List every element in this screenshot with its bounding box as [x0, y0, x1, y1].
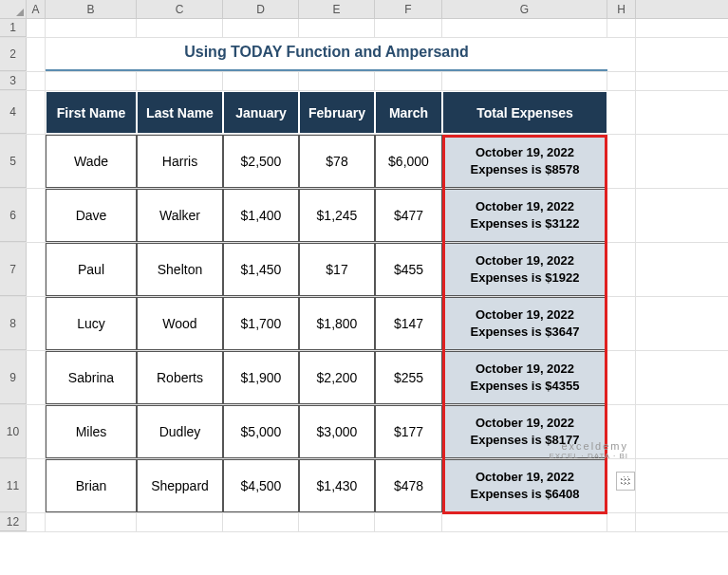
- cell-january[interactable]: $4,500: [223, 459, 299, 512]
- cell-a8[interactable]: [27, 297, 46, 350]
- cell-e3[interactable]: [299, 72, 375, 90]
- cell-g12[interactable]: [442, 513, 607, 531]
- cell-a11[interactable]: [27, 459, 46, 512]
- cell-a6[interactable]: [27, 189, 46, 242]
- cell-february[interactable]: $1,430: [299, 459, 375, 512]
- cell-b3[interactable]: [46, 72, 137, 90]
- cell-a2[interactable]: [27, 38, 46, 71]
- cell-a1[interactable]: [27, 19, 46, 37]
- cell-march[interactable]: $455: [375, 243, 442, 296]
- cell-january[interactable]: $1,450: [223, 243, 299, 296]
- row-header-5[interactable]: 5: [0, 135, 27, 188]
- cell-february[interactable]: $17: [299, 243, 375, 296]
- cell-c12[interactable]: [137, 513, 223, 531]
- cell-e1[interactable]: [299, 19, 375, 37]
- cell-h8[interactable]: [607, 297, 636, 350]
- col-header-b[interactable]: B: [46, 0, 137, 18]
- title-cell[interactable]: Using TODAY Function and Ampersand: [46, 38, 607, 71]
- cell-january[interactable]: $1,400: [223, 189, 299, 242]
- row-header-11[interactable]: 11: [0, 459, 27, 512]
- cell-last-name[interactable]: Shelton: [137, 243, 223, 296]
- cell-h3[interactable]: [607, 72, 636, 90]
- header-first-name[interactable]: First Name: [46, 91, 137, 134]
- spreadsheet-grid[interactable]: A B C D E F G H 1 2 Using TODAY Function…: [0, 0, 728, 532]
- cell-a5[interactable]: [27, 135, 46, 188]
- cell-total-expenses[interactable]: October 19, 2022Expenses is $6408: [442, 459, 607, 512]
- cell-march[interactable]: $477: [375, 189, 442, 242]
- cell-february[interactable]: $1,800: [299, 297, 375, 350]
- cell-f3[interactable]: [375, 72, 442, 90]
- header-march[interactable]: March: [375, 91, 442, 134]
- cell-total-expenses[interactable]: October 19, 2022Expenses is $4355: [442, 351, 607, 404]
- cell-a3[interactable]: [27, 72, 46, 90]
- cell-g3[interactable]: [442, 72, 607, 90]
- cell-january[interactable]: $1,900: [223, 351, 299, 404]
- cell-first-name[interactable]: Wade: [46, 135, 137, 188]
- header-last-name[interactable]: Last Name: [137, 91, 223, 134]
- cell-a9[interactable]: [27, 351, 46, 404]
- cell-e12[interactable]: [299, 513, 375, 531]
- cell-march[interactable]: $6,000: [375, 135, 442, 188]
- cell-total-expenses[interactable]: October 19, 2022Expenses is $3122: [442, 189, 607, 242]
- cell-february[interactable]: $78: [299, 135, 375, 188]
- cell-a10[interactable]: [27, 405, 46, 458]
- cell-a4[interactable]: [27, 91, 46, 134]
- cell-total-expenses[interactable]: October 19, 2022Expenses is $3647: [442, 297, 607, 350]
- row-header-9[interactable]: 9: [0, 351, 27, 404]
- cell-b12[interactable]: [46, 513, 137, 531]
- header-january[interactable]: January: [223, 91, 299, 134]
- cell-h7[interactable]: [607, 243, 636, 296]
- col-header-a[interactable]: A: [27, 0, 46, 18]
- row-header-6[interactable]: 6: [0, 189, 27, 242]
- cell-b1[interactable]: [46, 19, 137, 37]
- cell-d1[interactable]: [223, 19, 299, 37]
- header-february[interactable]: February: [299, 91, 375, 134]
- cell-march[interactable]: $147: [375, 297, 442, 350]
- cell-february[interactable]: $3,000: [299, 405, 375, 458]
- row-header-1[interactable]: 1: [0, 19, 27, 37]
- cell-january[interactable]: $2,500: [223, 135, 299, 188]
- header-total[interactable]: Total Expenses: [442, 91, 607, 134]
- col-header-c[interactable]: C: [137, 0, 223, 18]
- cell-c3[interactable]: [137, 72, 223, 90]
- cell-h2[interactable]: [607, 38, 636, 71]
- select-all-corner[interactable]: [0, 0, 27, 18]
- row-header-3[interactable]: 3: [0, 72, 27, 90]
- cell-f12[interactable]: [375, 513, 442, 531]
- col-header-g[interactable]: G: [442, 0, 607, 18]
- cell-march[interactable]: $177: [375, 405, 442, 458]
- cell-last-name[interactable]: Harris: [137, 135, 223, 188]
- cell-last-name[interactable]: Roberts: [137, 351, 223, 404]
- cell-a7[interactable]: [27, 243, 46, 296]
- cell-first-name[interactable]: Miles: [46, 405, 137, 458]
- col-header-h[interactable]: H: [607, 0, 636, 18]
- cell-last-name[interactable]: Walker: [137, 189, 223, 242]
- col-header-e[interactable]: E: [299, 0, 375, 18]
- cell-first-name[interactable]: Brian: [46, 459, 137, 512]
- cell-last-name[interactable]: Dudley: [137, 405, 223, 458]
- cell-february[interactable]: $1,245: [299, 189, 375, 242]
- cell-january[interactable]: $1,700: [223, 297, 299, 350]
- cell-h12[interactable]: [607, 513, 636, 531]
- cell-f1[interactable]: [375, 19, 442, 37]
- row-header-12[interactable]: 12: [0, 513, 27, 531]
- cell-first-name[interactable]: Lucy: [46, 297, 137, 350]
- row-header-8[interactable]: 8: [0, 297, 27, 350]
- cell-january[interactable]: $5,000: [223, 405, 299, 458]
- cell-h4[interactable]: [607, 91, 636, 134]
- cell-a12[interactable]: [27, 513, 46, 531]
- row-header-2[interactable]: 2: [0, 38, 27, 71]
- cell-total-expenses[interactable]: October 19, 2022Expenses is $1922: [442, 243, 607, 296]
- cell-c1[interactable]: [137, 19, 223, 37]
- cell-first-name[interactable]: Paul: [46, 243, 137, 296]
- col-header-f[interactable]: F: [375, 0, 442, 18]
- cell-march[interactable]: $255: [375, 351, 442, 404]
- col-header-d[interactable]: D: [223, 0, 299, 18]
- cell-last-name[interactable]: Wood: [137, 297, 223, 350]
- cell-last-name[interactable]: Sheppard: [137, 459, 223, 512]
- cell-g1[interactable]: [442, 19, 607, 37]
- cell-first-name[interactable]: Dave: [46, 189, 137, 242]
- cell-h1[interactable]: [607, 19, 636, 37]
- row-header-4[interactable]: 4: [0, 91, 27, 134]
- cell-march[interactable]: $478: [375, 459, 442, 512]
